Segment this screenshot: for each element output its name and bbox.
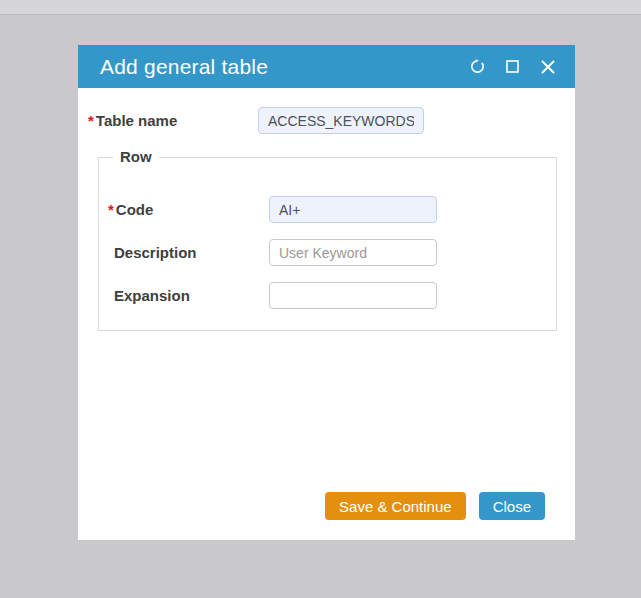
table-name-input[interactable] xyxy=(258,107,424,134)
save-and-continue-button[interactable]: Save & Continue xyxy=(325,492,466,520)
top-banner xyxy=(0,0,641,15)
row-group: Row *Code Description Expansion xyxy=(98,157,557,331)
row-group-legend: Row xyxy=(113,148,159,165)
dialog-header: Add general table xyxy=(78,45,575,88)
dialog-footer: Save & Continue Close xyxy=(325,492,545,520)
code-label: *Code xyxy=(108,196,153,223)
close-icon[interactable] xyxy=(538,57,557,76)
dialog-body: *Table name Row *Code Description Expans… xyxy=(78,88,575,540)
refresh-icon[interactable] xyxy=(468,57,487,76)
close-button[interactable]: Close xyxy=(479,492,545,520)
table-name-label: *Table name xyxy=(88,107,177,134)
description-label: Description xyxy=(114,239,197,266)
maximize-icon[interactable] xyxy=(503,57,522,76)
code-input[interactable] xyxy=(269,196,437,223)
expansion-input[interactable] xyxy=(269,282,437,309)
dialog-title: Add general table xyxy=(100,55,452,79)
description-input[interactable] xyxy=(269,239,437,266)
add-general-table-dialog: Add general table *Table name Row *Code … xyxy=(78,45,575,540)
expansion-label: Expansion xyxy=(114,282,190,309)
required-marker: * xyxy=(108,201,114,218)
required-marker: * xyxy=(88,112,94,129)
